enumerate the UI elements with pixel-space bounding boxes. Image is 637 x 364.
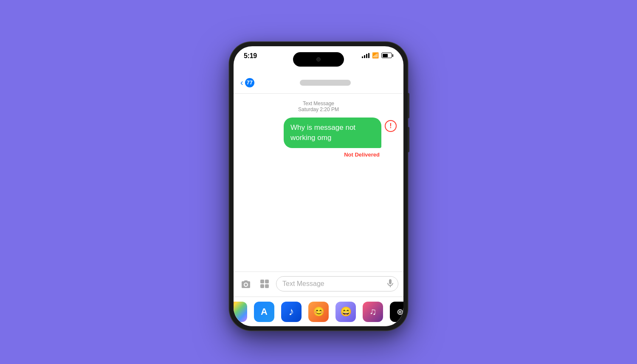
dock-music-symbol: ♫ xyxy=(369,306,377,317)
messages-area[interactable]: Text Message Saturday 2:20 PM Why is mes… xyxy=(234,94,403,272)
message-date-label: Saturday 2:20 PM xyxy=(240,106,397,112)
back-button[interactable]: ‹ 77 xyxy=(240,78,254,87)
dock-bitmoji1-icon[interactable]: 😊 xyxy=(308,302,329,322)
phone-screen: 5:19 📶 xyxy=(234,46,403,326)
message-bubble[interactable]: Why is message not working omg xyxy=(284,118,381,148)
error-icon[interactable]: ! xyxy=(385,120,397,132)
back-chevron-icon: ‹ xyxy=(240,78,243,87)
dock-appstore-icon[interactable]: A xyxy=(254,302,274,322)
camera-button[interactable] xyxy=(239,277,253,291)
input-area: Text Message xyxy=(234,272,403,297)
text-input-bar[interactable]: Text Message xyxy=(276,276,398,291)
text-input-placeholder: Text Message xyxy=(282,280,324,288)
dynamic-island-camera xyxy=(316,57,321,62)
not-delivered-label: Not Delivered xyxy=(240,151,397,158)
dock-shazam-symbol: ♪ xyxy=(289,305,294,318)
dock-bitmoji2-symbol: 😄 xyxy=(340,306,352,317)
back-badge: 77 xyxy=(245,78,254,87)
svg-rect-3 xyxy=(265,284,269,288)
nav-bar: ‹ 77 xyxy=(234,72,403,94)
status-right-icons: 📶 xyxy=(362,52,393,59)
nav-contact-name-blurred xyxy=(300,80,351,86)
dock-appstore-symbol: A xyxy=(261,306,268,317)
signal-icon xyxy=(362,53,369,58)
dock-bitmoji2-icon[interactable]: 😄 xyxy=(335,302,356,322)
dock-music-icon[interactable]: ♫ xyxy=(363,302,383,322)
svg-rect-1 xyxy=(265,280,269,283)
dock-shazam-icon[interactable]: ♪ xyxy=(281,302,302,322)
nav-contact-area xyxy=(254,80,397,86)
message-meta: Text Message Saturday 2:20 PM xyxy=(240,101,397,112)
dock-bitmoji1-symbol: 😊 xyxy=(313,306,324,317)
wifi-icon: 📶 xyxy=(372,52,379,59)
apps-button[interactable] xyxy=(257,277,272,291)
svg-rect-0 xyxy=(260,280,264,283)
phone-wrapper: 5:19 📶 xyxy=(229,42,408,330)
page-background: 5:19 📶 xyxy=(229,34,408,330)
dock-activity-symbol: ◎ xyxy=(397,308,403,316)
dock: A ♪ 😊 😄 ♫ ◎ xyxy=(234,297,403,326)
dynamic-island xyxy=(293,52,344,67)
status-time: 5:19 xyxy=(244,52,257,60)
svg-rect-2 xyxy=(260,284,264,288)
message-row: Why is message not working omg ! xyxy=(240,118,397,148)
mic-icon[interactable] xyxy=(387,278,394,290)
message-type-label: Text Message xyxy=(240,101,397,106)
battery-icon xyxy=(381,53,393,58)
